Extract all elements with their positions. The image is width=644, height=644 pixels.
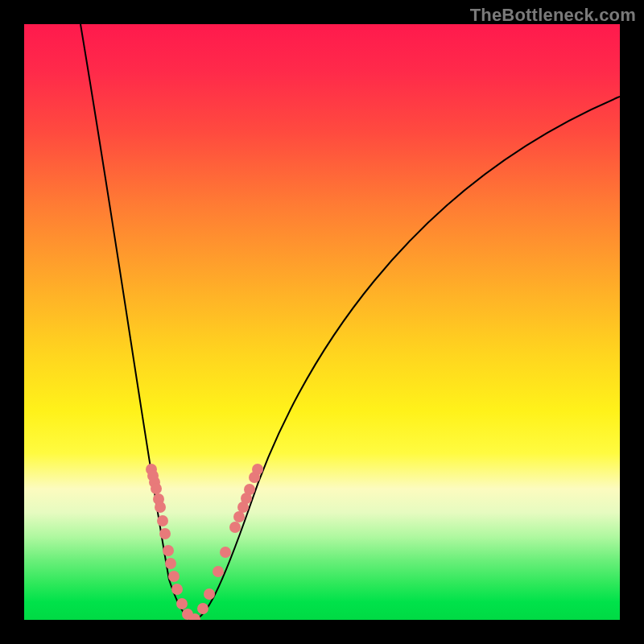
chart-frame: TheBottleneck.com <box>0 0 644 644</box>
plot-area <box>24 24 620 620</box>
watermark-text: TheBottleneck.com <box>470 5 636 26</box>
gradient-background <box>24 24 620 620</box>
